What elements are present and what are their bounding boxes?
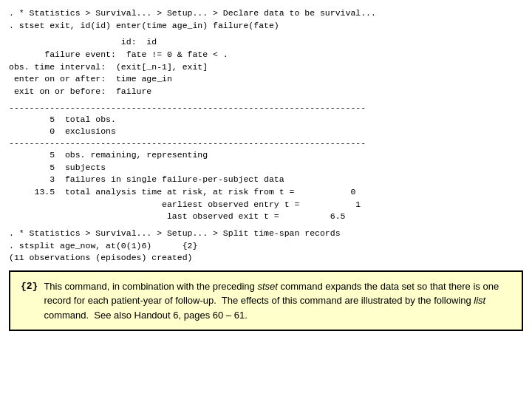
split-line-1: . * Statistics > Survival... > Setup... … — [9, 228, 523, 240]
setup-line-4: enter on or after: time age_in — [9, 73, 523, 86]
annotation-text: This command, in combination with the pr… — [44, 279, 511, 323]
divider-1: ----------------------------------------… — [9, 103, 523, 114]
stats2-line-5: earliest observed entry t = 1 — [9, 199, 523, 211]
header-line2: . stset exit, id(id) enter(time age_in) … — [9, 20, 523, 33]
annotation-label: {2} — [21, 279, 38, 323]
stats2-line-3: 3 failures in single failure-per-subject… — [9, 174, 523, 186]
split-block: . * Statistics > Survival... > Setup... … — [9, 228, 523, 265]
stats-block-2: 5 obs. remaining, representing 5 subject… — [9, 149, 523, 223]
setup-line-2: failure event: fate != 0 & fate < . — [9, 49, 523, 61]
annotation-box: {2} This command, in combination with th… — [9, 270, 523, 332]
split-line-2: . stsplit age_now, at(0(1)6) {2} — [9, 240, 523, 253]
stats2-line-1: 5 obs. remaining, representing — [9, 149, 523, 162]
setup-line-1: id: id — [9, 36, 523, 49]
header-line1: . * Statistics > Survival... > Setup... … — [9, 7, 523, 20]
setup-line-5: exit on or before: failure — [9, 86, 523, 98]
setup-block: id: id failure event: fate != 0 & fate <… — [9, 36, 523, 98]
split-line-3: (11 observations (episodes) created) — [9, 252, 523, 265]
main-container: . * Statistics > Survival... > Setup... … — [0, 0, 532, 399]
header-section: . * Statistics > Survival... > Setup... … — [9, 7, 523, 32]
divider-2: ----------------------------------------… — [9, 138, 523, 149]
stats1-line-1: 5 total obs. — [9, 114, 523, 126]
stats2-line-2: 5 subjects — [9, 162, 523, 174]
stats1-line-2: 0 exclusions — [9, 126, 523, 138]
stats2-line-6: last observed exit t = 6.5 — [9, 211, 523, 223]
list-italic: list — [474, 295, 485, 306]
setup-line-3: obs. time interval: (exit[_n-1], exit] — [9, 61, 523, 74]
stset-italic: stset — [257, 281, 277, 292]
stats-block-1: 5 total obs. 0 exclusions — [9, 114, 523, 138]
stats2-line-4: 13.5 total analysis time at risk, at ris… — [9, 186, 523, 199]
